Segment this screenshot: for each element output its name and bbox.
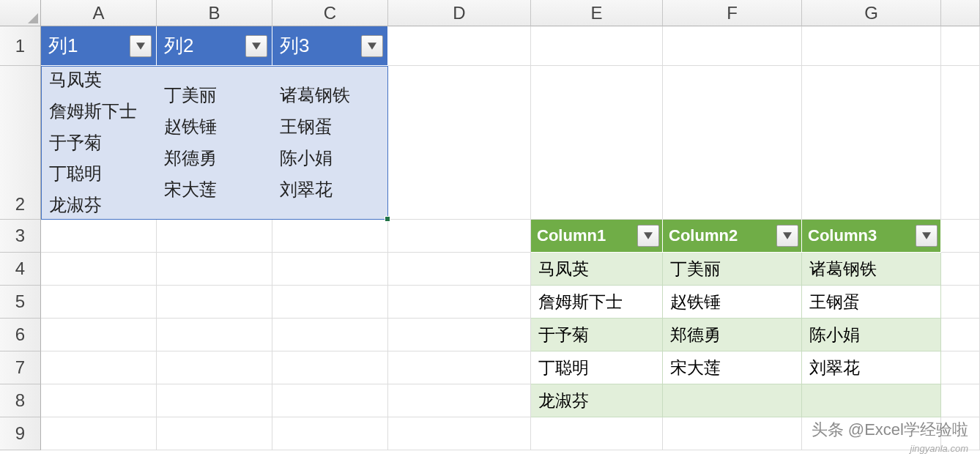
table2-header-col3[interactable]: Column3 — [802, 220, 941, 253]
cell-G8[interactable] — [802, 384, 941, 417]
col-header-C[interactable]: C — [272, 0, 388, 26]
cell-A5[interactable] — [41, 286, 157, 319]
row-header-5[interactable]: 5 — [0, 286, 41, 319]
cell-C3[interactable] — [272, 220, 388, 253]
cell-D5[interactable] — [388, 286, 531, 319]
filter-dropdown-icon[interactable] — [776, 225, 798, 247]
cell-C8[interactable] — [272, 384, 388, 417]
filter-dropdown-icon[interactable] — [245, 35, 267, 57]
table1-header-col2[interactable]: 列2 — [157, 26, 272, 66]
cell-C4[interactable] — [272, 253, 388, 286]
cell-B3[interactable] — [157, 220, 272, 253]
cell-C6[interactable] — [272, 319, 388, 351]
cell-B5[interactable] — [157, 286, 272, 319]
col-header-E[interactable]: E — [531, 0, 663, 26]
table1-header-col3[interactable]: 列3 — [272, 26, 388, 66]
cell-E2[interactable] — [531, 66, 663, 220]
cell-G2[interactable] — [802, 66, 941, 220]
cell-text: 龙淑芬 — [538, 390, 589, 412]
cell-G6[interactable]: 陈小娟 — [802, 319, 941, 351]
cell-overflow-7[interactable] — [941, 351, 980, 384]
row-header-6[interactable]: 6 — [0, 319, 41, 351]
col-header-F[interactable]: F — [663, 0, 802, 26]
cell-F1[interactable] — [663, 26, 802, 66]
cell-G4[interactable]: 诸葛钢铁 — [802, 253, 941, 286]
cell-A8[interactable] — [41, 384, 157, 417]
cell-overflow-1[interactable] — [941, 26, 980, 66]
cell-G7[interactable]: 刘翠花 — [802, 351, 941, 384]
cell-D9[interactable] — [388, 417, 531, 450]
cell-overflow-2[interactable] — [941, 66, 980, 220]
cell-E9[interactable] — [531, 417, 663, 450]
filter-dropdown-icon[interactable] — [130, 35, 152, 57]
cell-C2[interactable]: 诸葛钢铁 王钢蛋 陈小娟 刘翠花 — [272, 66, 388, 220]
selection-handle[interactable] — [385, 216, 390, 222]
cell-F5[interactable]: 赵铁锤 — [663, 286, 802, 319]
cell-A7[interactable] — [41, 351, 157, 384]
row-header-2[interactable]: 2 — [0, 66, 41, 220]
cell-G1[interactable] — [802, 26, 941, 66]
cell-text: 王钢蛋 — [809, 291, 860, 313]
cell-D7[interactable] — [388, 351, 531, 384]
table2-header-col1[interactable]: Column1 — [531, 220, 663, 253]
cell-D1[interactable] — [388, 26, 531, 66]
cell-G5[interactable]: 王钢蛋 — [802, 286, 941, 319]
cell-A4[interactable] — [41, 253, 157, 286]
row-header-7[interactable]: 7 — [0, 351, 41, 384]
cell-F4[interactable]: 丁美丽 — [663, 253, 802, 286]
cell-B8[interactable] — [157, 384, 272, 417]
cell-overflow-4[interactable] — [941, 253, 980, 286]
table1-header-col1[interactable]: 列1 — [41, 26, 157, 66]
cell-B4[interactable] — [157, 253, 272, 286]
cell-E8[interactable]: 龙淑芬 — [531, 384, 663, 417]
row-header-1[interactable]: 1 — [0, 26, 41, 66]
cell-A6[interactable] — [41, 319, 157, 351]
cell-text: 詹姆斯下士 — [538, 291, 623, 313]
cell-F6[interactable]: 郑德勇 — [663, 319, 802, 351]
col-header-D[interactable]: D — [388, 0, 531, 26]
row-header-3[interactable]: 3 — [0, 220, 41, 253]
filter-dropdown-icon[interactable] — [637, 225, 659, 247]
cell-A2[interactable]: 马凤英 詹姆斯下士 于予菊 丁聪明 龙淑芬 — [41, 66, 157, 220]
cell-F2[interactable] — [663, 66, 802, 220]
row-header-4[interactable]: 4 — [0, 253, 41, 286]
table2-header-col2[interactable]: Column2 — [663, 220, 802, 253]
filter-dropdown-icon[interactable] — [361, 35, 383, 57]
cell-overflow-8[interactable] — [941, 384, 980, 417]
row-header-8[interactable]: 8 — [0, 384, 41, 417]
col-header-A[interactable]: A — [41, 0, 157, 26]
cell-D2[interactable] — [388, 66, 531, 220]
cell-D6[interactable] — [388, 319, 531, 351]
cell-overflow-5[interactable] — [941, 286, 980, 319]
select-all-corner[interactable] — [0, 0, 41, 26]
col-header-B[interactable]: B — [157, 0, 272, 26]
cell-overflow-6[interactable] — [941, 319, 980, 351]
col-header-G[interactable]: G — [802, 0, 941, 26]
cell-A3[interactable] — [41, 220, 157, 253]
cell-F9[interactable] — [663, 417, 802, 450]
col-header-overflow[interactable] — [941, 0, 980, 26]
cell-overflow-3[interactable] — [941, 220, 980, 253]
cell-B2[interactable]: 丁美丽 赵铁锤 郑德勇 宋大莲 — [157, 66, 272, 220]
cell-text: 郑德勇 — [670, 324, 721, 346]
cell-D8[interactable] — [388, 384, 531, 417]
cell-D3[interactable] — [388, 220, 531, 253]
cell-B6[interactable] — [157, 319, 272, 351]
cell-E6[interactable]: 于予菊 — [531, 319, 663, 351]
cell-E7[interactable]: 丁聪明 — [531, 351, 663, 384]
filter-dropdown-icon[interactable] — [916, 225, 938, 247]
row-header-9[interactable]: 9 — [0, 417, 41, 450]
cell-F8[interactable] — [663, 384, 802, 417]
cell-D4[interactable] — [388, 253, 531, 286]
cell-F7[interactable]: 宋大莲 — [663, 351, 802, 384]
cell-B7[interactable] — [157, 351, 272, 384]
cell-text: 詹姆斯下士 — [49, 97, 149, 127]
cell-E5[interactable]: 詹姆斯下士 — [531, 286, 663, 319]
cell-E4[interactable]: 马凤英 — [531, 253, 663, 286]
cell-C9[interactable] — [272, 417, 388, 450]
cell-A9[interactable] — [41, 417, 157, 450]
cell-B9[interactable] — [157, 417, 272, 450]
cell-C7[interactable] — [272, 351, 388, 384]
cell-C5[interactable] — [272, 286, 388, 319]
cell-E1[interactable] — [531, 26, 663, 66]
